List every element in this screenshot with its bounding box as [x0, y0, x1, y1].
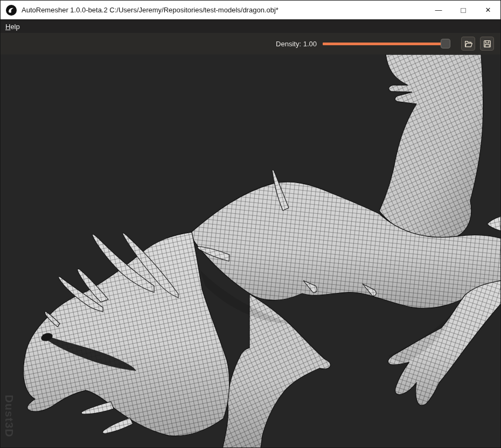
dragon-foreleg: [222, 294, 331, 448]
density-value: 1.00: [303, 40, 317, 48]
model-viewport[interactable]: Dust3D: [1, 54, 501, 448]
app-logo-icon: [6, 5, 17, 16]
open-model-button[interactable]: [461, 37, 475, 51]
menu-help-rest: elp: [10, 23, 19, 31]
density-slider-handle[interactable]: [441, 39, 450, 48]
close-button[interactable]: ✕: [476, 1, 500, 19]
titlebar: AutoRemesher 1.0.0-beta.2 C:/Users/Jerem…: [1, 1, 500, 20]
window-title: AutoRemesher 1.0.0-beta.2 C:/Users/Jerem…: [22, 6, 426, 14]
menubar: Help: [1, 20, 500, 33]
density-label: Density: 1.00: [276, 40, 317, 48]
toolbar: Density: 1.00: [1, 33, 500, 54]
folder-open-icon: [464, 39, 473, 48]
maximize-button[interactable]: □: [451, 1, 476, 19]
density-slider-track[interactable]: [323, 43, 446, 45]
menu-help[interactable]: Help: [1, 20, 25, 33]
dragon-arm: [379, 54, 483, 240]
save-model-button[interactable]: [480, 37, 494, 51]
minimize-button[interactable]: —: [426, 1, 451, 19]
app-window: AutoRemesher 1.0.0-beta.2 C:/Users/Jerem…: [0, 0, 501, 448]
dragon-model: [1, 54, 501, 448]
menu-help-mnemonic: H: [5, 23, 10, 31]
dragon-head: [23, 232, 229, 436]
save-icon: [483, 39, 492, 48]
watermark: Dust3D: [3, 395, 16, 438]
density-slider[interactable]: [323, 38, 456, 49]
